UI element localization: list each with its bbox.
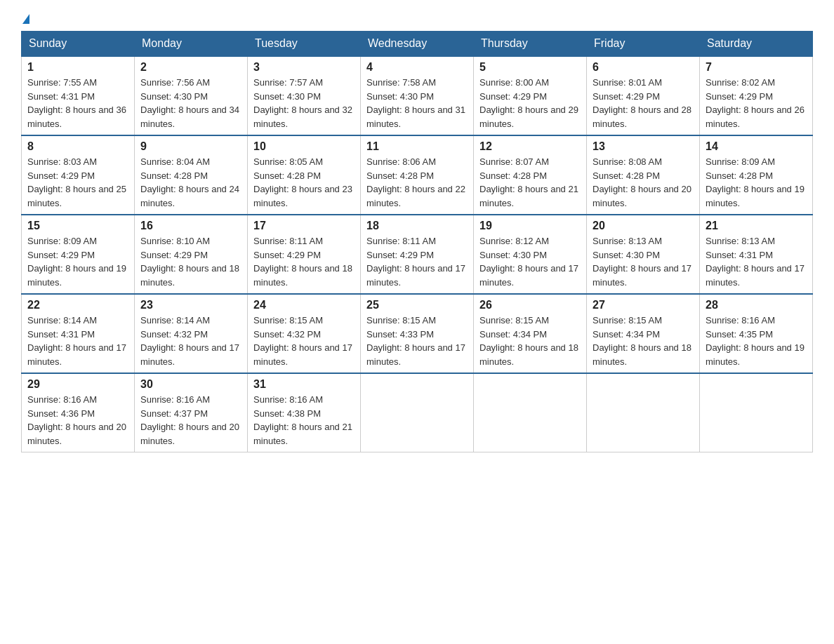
day-number: 12 bbox=[479, 140, 581, 153]
day-info: Sunrise: 8:07 AMSunset: 4:28 PMDaylight:… bbox=[479, 156, 578, 208]
day-info: Sunrise: 8:12 AMSunset: 4:30 PMDaylight:… bbox=[479, 236, 578, 288]
day-number: 20 bbox=[593, 220, 694, 232]
day-info: Sunrise: 8:01 AMSunset: 4:29 PMDaylight:… bbox=[593, 77, 691, 129]
day-info: Sunrise: 8:15 AMSunset: 4:34 PMDaylight:… bbox=[593, 315, 691, 367]
day-number: 28 bbox=[706, 299, 807, 311]
calendar-day-cell: 4 Sunrise: 7:58 AMSunset: 4:30 PMDayligh… bbox=[361, 56, 474, 135]
logo bbox=[21, 14, 29, 24]
day-of-week-header: Monday bbox=[135, 32, 248, 57]
day-info: Sunrise: 8:11 AMSunset: 4:29 PMDaylight:… bbox=[253, 236, 352, 288]
calendar-day-cell: 9 Sunrise: 8:04 AMSunset: 4:28 PMDayligh… bbox=[135, 135, 248, 215]
day-info: Sunrise: 8:13 AMSunset: 4:30 PMDaylight:… bbox=[593, 236, 691, 288]
calendar-day-cell bbox=[587, 373, 700, 452]
calendar-day-cell: 17 Sunrise: 8:11 AMSunset: 4:29 PMDaylig… bbox=[248, 215, 361, 294]
calendar-day-cell bbox=[474, 373, 587, 452]
calendar-week-row: 8 Sunrise: 8:03 AMSunset: 4:29 PMDayligh… bbox=[22, 135, 813, 215]
day-number: 22 bbox=[27, 299, 128, 311]
day-info: Sunrise: 7:56 AMSunset: 4:30 PMDaylight:… bbox=[140, 77, 239, 129]
calendar-table: SundayMondayTuesdayWednesdayThursdayFrid… bbox=[21, 31, 813, 452]
day-info: Sunrise: 8:03 AMSunset: 4:29 PMDaylight:… bbox=[27, 156, 126, 208]
day-of-week-header: Wednesday bbox=[361, 32, 474, 57]
day-info: Sunrise: 8:16 AMSunset: 4:38 PMDaylight:… bbox=[253, 394, 352, 446]
day-info: Sunrise: 8:00 AMSunset: 4:29 PMDaylight:… bbox=[479, 77, 578, 129]
day-number: 30 bbox=[140, 378, 241, 391]
day-number: 23 bbox=[140, 299, 241, 311]
day-of-week-header: Thursday bbox=[474, 32, 587, 57]
calendar-day-cell: 3 Sunrise: 7:57 AMSunset: 4:30 PMDayligh… bbox=[248, 56, 361, 135]
calendar-day-cell: 20 Sunrise: 8:13 AMSunset: 4:30 PMDaylig… bbox=[587, 215, 700, 294]
calendar-week-row: 29 Sunrise: 8:16 AMSunset: 4:36 PMDaylig… bbox=[22, 373, 813, 452]
calendar-day-cell: 5 Sunrise: 8:00 AMSunset: 4:29 PMDayligh… bbox=[474, 56, 587, 135]
day-number: 4 bbox=[366, 61, 468, 74]
calendar-day-cell: 26 Sunrise: 8:15 AMSunset: 4:34 PMDaylig… bbox=[474, 294, 587, 373]
calendar-day-cell: 21 Sunrise: 8:13 AMSunset: 4:31 PMDaylig… bbox=[700, 215, 813, 294]
calendar-day-cell: 14 Sunrise: 8:09 AMSunset: 4:28 PMDaylig… bbox=[700, 135, 813, 215]
day-number: 17 bbox=[253, 220, 355, 232]
day-number: 25 bbox=[366, 299, 468, 311]
day-number: 9 bbox=[140, 140, 241, 153]
calendar-day-cell: 7 Sunrise: 8:02 AMSunset: 4:29 PMDayligh… bbox=[700, 56, 813, 135]
calendar-week-row: 22 Sunrise: 8:14 AMSunset: 4:31 PMDaylig… bbox=[22, 294, 813, 373]
calendar-day-cell: 24 Sunrise: 8:15 AMSunset: 4:32 PMDaylig… bbox=[248, 294, 361, 373]
calendar-day-cell: 29 Sunrise: 8:16 AMSunset: 4:36 PMDaylig… bbox=[22, 373, 135, 452]
calendar-day-cell: 27 Sunrise: 8:15 AMSunset: 4:34 PMDaylig… bbox=[587, 294, 700, 373]
day-info: Sunrise: 8:08 AMSunset: 4:28 PMDaylight:… bbox=[593, 156, 691, 208]
day-info: Sunrise: 8:10 AMSunset: 4:29 PMDaylight:… bbox=[140, 236, 239, 288]
day-number: 6 bbox=[593, 61, 694, 74]
calendar-day-cell bbox=[700, 373, 813, 452]
day-number: 8 bbox=[27, 140, 128, 153]
calendar-day-cell: 15 Sunrise: 8:09 AMSunset: 4:29 PMDaylig… bbox=[22, 215, 135, 294]
calendar-day-cell: 8 Sunrise: 8:03 AMSunset: 4:29 PMDayligh… bbox=[22, 135, 135, 215]
day-info: Sunrise: 8:04 AMSunset: 4:28 PMDaylight:… bbox=[140, 156, 239, 208]
day-of-week-header: Saturday bbox=[700, 32, 813, 57]
day-of-week-header: Sunday bbox=[22, 32, 135, 57]
day-number: 27 bbox=[593, 299, 694, 311]
day-info: Sunrise: 8:14 AMSunset: 4:31 PMDaylight:… bbox=[27, 315, 126, 367]
calendar-day-cell: 23 Sunrise: 8:14 AMSunset: 4:32 PMDaylig… bbox=[135, 294, 248, 373]
logo-triangle-icon bbox=[22, 14, 29, 24]
day-of-week-header: Tuesday bbox=[248, 32, 361, 57]
day-info: Sunrise: 8:15 AMSunset: 4:33 PMDaylight:… bbox=[366, 315, 465, 367]
calendar-day-cell: 28 Sunrise: 8:16 AMSunset: 4:35 PMDaylig… bbox=[700, 294, 813, 373]
day-info: Sunrise: 8:16 AMSunset: 4:37 PMDaylight:… bbox=[140, 394, 239, 446]
calendar-week-row: 15 Sunrise: 8:09 AMSunset: 4:29 PMDaylig… bbox=[22, 215, 813, 294]
day-info: Sunrise: 8:15 AMSunset: 4:32 PMDaylight:… bbox=[253, 315, 352, 367]
day-info: Sunrise: 8:06 AMSunset: 4:28 PMDaylight:… bbox=[366, 156, 465, 208]
day-info: Sunrise: 7:57 AMSunset: 4:30 PMDaylight:… bbox=[253, 77, 352, 129]
calendar-day-cell: 10 Sunrise: 8:05 AMSunset: 4:28 PMDaylig… bbox=[248, 135, 361, 215]
calendar-day-cell: 31 Sunrise: 8:16 AMSunset: 4:38 PMDaylig… bbox=[248, 373, 361, 452]
calendar-day-cell: 6 Sunrise: 8:01 AMSunset: 4:29 PMDayligh… bbox=[587, 56, 700, 135]
day-number: 2 bbox=[140, 61, 241, 74]
day-number: 26 bbox=[479, 299, 581, 311]
day-number: 15 bbox=[27, 220, 128, 232]
day-number: 14 bbox=[706, 140, 807, 153]
day-info: Sunrise: 8:13 AMSunset: 4:31 PMDaylight:… bbox=[706, 236, 805, 288]
page-header bbox=[21, 14, 813, 24]
day-info: Sunrise: 8:09 AMSunset: 4:28 PMDaylight:… bbox=[706, 156, 805, 208]
day-number: 21 bbox=[706, 220, 807, 232]
day-number: 13 bbox=[593, 140, 694, 153]
day-number: 19 bbox=[479, 220, 581, 232]
day-number: 24 bbox=[253, 299, 355, 311]
calendar-day-cell bbox=[361, 373, 474, 452]
day-info: Sunrise: 7:58 AMSunset: 4:30 PMDaylight:… bbox=[366, 77, 465, 129]
day-info: Sunrise: 8:05 AMSunset: 4:28 PMDaylight:… bbox=[253, 156, 352, 208]
day-number: 29 bbox=[27, 378, 128, 391]
calendar-day-cell: 2 Sunrise: 7:56 AMSunset: 4:30 PMDayligh… bbox=[135, 56, 248, 135]
calendar-week-row: 1 Sunrise: 7:55 AMSunset: 4:31 PMDayligh… bbox=[22, 56, 813, 135]
day-info: Sunrise: 8:14 AMSunset: 4:32 PMDaylight:… bbox=[140, 315, 239, 367]
day-number: 10 bbox=[253, 140, 355, 153]
day-number: 1 bbox=[27, 61, 128, 74]
day-info: Sunrise: 8:16 AMSunset: 4:36 PMDaylight:… bbox=[27, 394, 126, 446]
calendar-day-cell: 13 Sunrise: 8:08 AMSunset: 4:28 PMDaylig… bbox=[587, 135, 700, 215]
calendar-day-cell: 16 Sunrise: 8:10 AMSunset: 4:29 PMDaylig… bbox=[135, 215, 248, 294]
day-number: 11 bbox=[366, 140, 468, 153]
calendar-header-row: SundayMondayTuesdayWednesdayThursdayFrid… bbox=[22, 32, 813, 57]
calendar-day-cell: 1 Sunrise: 7:55 AMSunset: 4:31 PMDayligh… bbox=[22, 56, 135, 135]
calendar-day-cell: 30 Sunrise: 8:16 AMSunset: 4:37 PMDaylig… bbox=[135, 373, 248, 452]
day-of-week-header: Friday bbox=[587, 32, 700, 57]
day-number: 5 bbox=[479, 61, 581, 74]
day-number: 16 bbox=[140, 220, 241, 232]
calendar-day-cell: 18 Sunrise: 8:11 AMSunset: 4:29 PMDaylig… bbox=[361, 215, 474, 294]
day-info: Sunrise: 8:09 AMSunset: 4:29 PMDaylight:… bbox=[27, 236, 126, 288]
